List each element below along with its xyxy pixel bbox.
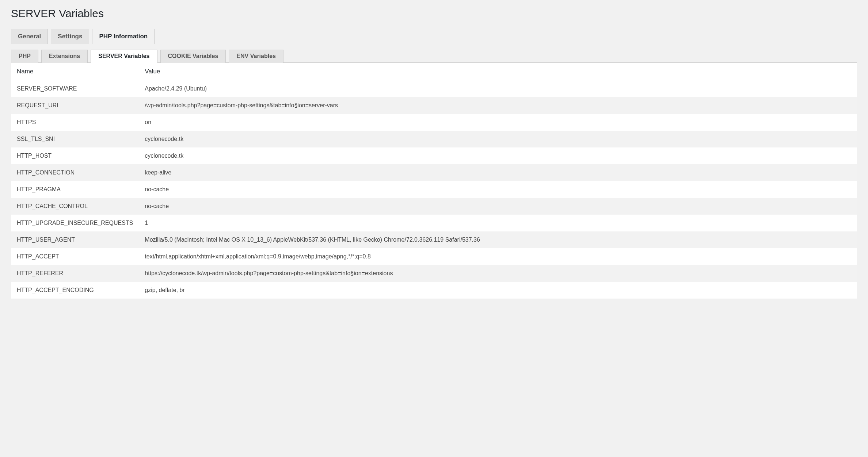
var-value: no-cache	[139, 198, 857, 215]
var-name: SSL_TLS_SNI	[11, 131, 139, 147]
var-name: HTTP_PRAGMA	[11, 181, 139, 198]
table-row: HTTP_USER_AGENTMozilla/5.0 (Macintosh; I…	[11, 231, 857, 248]
page-title: SERVER Variables	[11, 7, 857, 20]
tab-php-information[interactable]: PHP Information	[92, 29, 155, 44]
var-value: https://cyclonecode.tk/wp-admin/tools.ph…	[139, 265, 857, 282]
var-value: Apache/2.4.29 (Ubuntu)	[139, 80, 857, 97]
table-row: HTTP_UPGRADE_INSECURE_REQUESTS1	[11, 215, 857, 231]
var-value: text/html,application/xhtml+xml,applicat…	[139, 248, 857, 265]
var-name: HTTPS	[11, 114, 139, 131]
table-row: SERVER_SOFTWAREApache/2.4.29 (Ubuntu)	[11, 80, 857, 97]
var-name: HTTP_ACCEPT_ENCODING	[11, 282, 139, 299]
subtab-cookie-variables[interactable]: COOKIE Variables	[160, 50, 226, 63]
table-row: HTTPSon	[11, 114, 857, 131]
var-value: 1	[139, 215, 857, 231]
var-name: HTTP_CONNECTION	[11, 164, 139, 181]
table-row: HTTP_CONNECTIONkeep-alive	[11, 164, 857, 181]
main-tabs: General Settings PHP Information	[11, 28, 857, 44]
table-row: SSL_TLS_SNIcyclonecode.tk	[11, 131, 857, 147]
var-value: cyclonecode.tk	[139, 147, 857, 164]
var-value: cyclonecode.tk	[139, 131, 857, 147]
var-name: REQUEST_URI	[11, 97, 139, 114]
subtab-extensions[interactable]: Extensions	[41, 50, 88, 63]
tab-settings[interactable]: Settings	[51, 29, 89, 44]
subtab-env-variables[interactable]: ENV Variables	[229, 50, 283, 63]
var-value: gzip, deflate, br	[139, 282, 857, 299]
var-value: on	[139, 114, 857, 131]
var-name: SERVER_SOFTWARE	[11, 80, 139, 97]
table-header-value: Value	[139, 63, 857, 80]
var-name: HTTP_CACHE_CONTROL	[11, 198, 139, 215]
var-name: HTTP_REFERER	[11, 265, 139, 282]
table-row: HTTP_ACCEPTtext/html,application/xhtml+x…	[11, 248, 857, 265]
var-value: Mozilla/5.0 (Macintosh; Intel Mac OS X 1…	[139, 231, 857, 248]
subtab-php[interactable]: PHP	[11, 50, 38, 63]
var-value: keep-alive	[139, 164, 857, 181]
table-row: HTTP_ACCEPT_ENCODINGgzip, deflate, br	[11, 282, 857, 299]
var-value: /wp-admin/tools.php?page=custom-php-sett…	[139, 97, 857, 114]
table-row: HTTP_CACHE_CONTROLno-cache	[11, 198, 857, 215]
server-variables-table: Name Value SERVER_SOFTWAREApache/2.4.29 …	[11, 63, 857, 299]
subtab-server-variables[interactable]: SERVER Variables	[91, 50, 157, 63]
table-row: HTTP_HOSTcyclonecode.tk	[11, 147, 857, 164]
var-name: HTTP_ACCEPT	[11, 248, 139, 265]
table-row: HTTP_REFERERhttps://cyclonecode.tk/wp-ad…	[11, 265, 857, 282]
tab-general[interactable]: General	[11, 29, 48, 44]
var-name: HTTP_USER_AGENT	[11, 231, 139, 248]
sub-tabs: PHP Extensions SERVER Variables COOKIE V…	[11, 49, 857, 63]
var-name: HTTP_HOST	[11, 147, 139, 164]
table-row: REQUEST_URI/wp-admin/tools.php?page=cust…	[11, 97, 857, 114]
var-name: HTTP_UPGRADE_INSECURE_REQUESTS	[11, 215, 139, 231]
table-row: HTTP_PRAGMAno-cache	[11, 181, 857, 198]
var-value: no-cache	[139, 181, 857, 198]
table-header-name: Name	[11, 63, 139, 80]
